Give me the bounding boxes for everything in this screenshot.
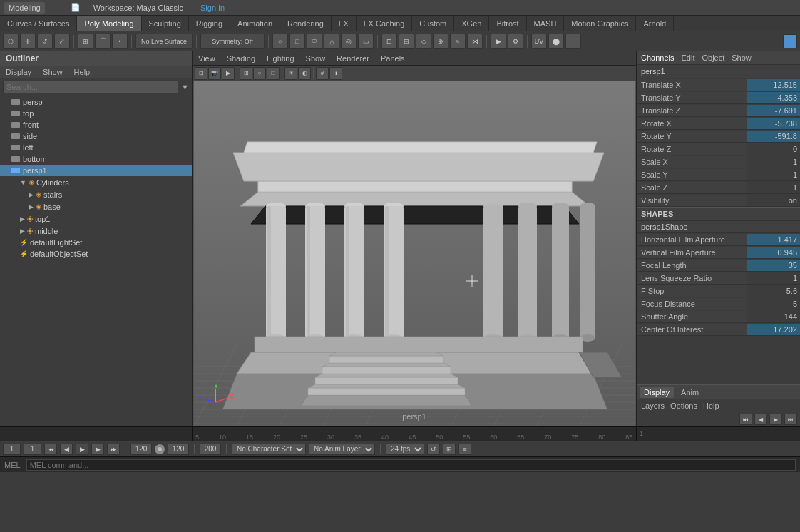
vp-smooth-btn[interactable]: ○ <box>253 67 266 80</box>
bevel-btn[interactable]: ◇ <box>416 34 431 49</box>
character-set-dropdown[interactable]: No Character Set <box>232 444 306 455</box>
app-module-label[interactable]: Modeling <box>4 2 45 14</box>
frame-range-start-input[interactable]: 120 <box>130 444 152 455</box>
viewport-menu-renderer[interactable]: Renderer <box>331 53 375 63</box>
tab-curves-surfaces[interactable]: Curves / Surfaces <box>0 16 77 31</box>
viewport-canvas[interactable]: X Y Z persp1 <box>193 81 636 426</box>
vp-light-btn[interactable]: ☀ <box>284 67 297 80</box>
connect-btn[interactable]: ⊕ <box>433 34 448 49</box>
anim-layer-dropdown[interactable]: No Anim Layer <box>309 444 375 455</box>
vp-texture-btn[interactable]: □ <box>267 67 280 80</box>
prev-frame-btn[interactable]: ◀ <box>60 444 73 455</box>
tab-sculpting[interactable]: Sculpting <box>142 16 189 31</box>
signin-btn[interactable]: Sign In <box>200 4 225 12</box>
tab-fx-caching[interactable]: FX Caching <box>357 16 412 31</box>
snap-curve-btn[interactable]: ⌒ <box>95 34 111 49</box>
ch-value-rotate-y[interactable]: -591.8 <box>747 131 800 142</box>
vp-cam-tool[interactable]: 📷 <box>208 67 221 80</box>
viewport-menu-panels[interactable]: Panels <box>375 53 411 63</box>
poly-torus-btn[interactable]: ◎ <box>341 34 357 49</box>
ch-value-scale-y[interactable]: 1 <box>747 169 800 180</box>
extrude-btn[interactable]: ⊡ <box>381 34 397 49</box>
mirror-btn[interactable]: ⋈ <box>467 34 483 49</box>
uv-editor-btn[interactable]: UV <box>531 34 547 49</box>
channels-edit-tab[interactable]: Edit <box>681 53 694 62</box>
outliner-menu-display[interactable]: Display <box>0 66 37 78</box>
ch-ctrl-next-key[interactable]: ⏭ <box>784 414 797 425</box>
fps-dropdown[interactable]: 24 fps <box>386 444 424 455</box>
render-view-btn[interactable]: ▶ <box>491 34 506 49</box>
prev-key-btn[interactable]: ⏮ <box>44 444 57 455</box>
ch-value-visibility[interactable]: on <box>747 195 800 206</box>
current-frame-input[interactable]: 1 <box>24 444 41 455</box>
tab-animation[interactable]: Animation <box>230 16 280 31</box>
poly-cone-btn[interactable]: △ <box>324 34 339 49</box>
viewport-menu-view[interactable]: View <box>193 53 221 63</box>
symmetry-btn[interactable]: Symmetry: Off <box>200 34 265 49</box>
no-live-surface-btn[interactable]: No Live Surface <box>135 34 193 49</box>
snap-grid-btn[interactable]: ⊞ <box>78 34 93 49</box>
ch-value-rotate-x[interactable]: -5.738 <box>747 118 800 129</box>
menu-item-file[interactable]: 📄 <box>71 3 81 12</box>
paintfx-btn[interactable]: ⬤ <box>548 34 564 49</box>
vp-select-tool[interactable]: ⊡ <box>195 67 207 80</box>
ch-value-coi[interactable]: 17.202 <box>747 324 800 335</box>
bridge-btn[interactable]: ⊟ <box>399 34 414 49</box>
help-btn[interactable]: Help <box>703 401 719 410</box>
vp-hud-btn[interactable]: ℹ <box>329 67 342 80</box>
layers-btn[interactable]: Layers <box>641 401 665 410</box>
tab-anim[interactable]: Anim <box>677 387 703 398</box>
tab-rendering[interactable]: Rendering <box>280 16 332 31</box>
tab-bifrost[interactable]: Bifrost <box>489 16 526 31</box>
ch-ctrl-prev[interactable]: ◀ <box>754 414 767 425</box>
tab-mash[interactable]: MASH <box>527 16 565 31</box>
ch-ctrl-next[interactable]: ▶ <box>769 414 782 425</box>
move-tool-btn[interactable]: ✛ <box>20 34 36 49</box>
poly-cylinder-btn[interactable]: ⬭ <box>307 34 322 49</box>
outliner-item-side[interactable]: side <box>0 131 192 142</box>
search-expand-icon[interactable]: ▼ <box>181 83 189 91</box>
frame-range-end-input[interactable]: 120 <box>168 444 189 455</box>
outliner-item-stairs[interactable]: ▶ ◈ stairs <box>0 188 192 200</box>
outliner-item-middle[interactable]: ▶ ◈ middle <box>0 225 192 237</box>
outliner-item-persp1[interactable]: persp1 <box>0 165 192 176</box>
select-tool-btn[interactable]: ⬡ <box>3 34 19 49</box>
anim-settings-btn[interactable]: ↺ <box>427 444 440 455</box>
ch-value-scale-x[interactable]: 1 <box>747 156 800 168</box>
tab-poly-modeling[interactable]: Poly Modeling <box>77 16 141 31</box>
ch-ctrl-prev-key[interactable]: ⏮ <box>739 414 752 425</box>
tab-rigging[interactable]: Rigging <box>189 16 230 31</box>
anim-blend-btn[interactable]: ⊞ <box>443 444 456 455</box>
ch-value-lens-squeeze[interactable]: 1 <box>747 272 800 284</box>
mel-command-input[interactable] <box>26 459 796 471</box>
snap-point-btn[interactable]: • <box>112 34 128 49</box>
render-settings-btn[interactable]: ⚙ <box>508 34 523 49</box>
timeline-track[interactable]: 5 10 15 20 25 30 35 40 45 50 55 60 65 70… <box>193 427 636 441</box>
outliner-item-top[interactable]: top <box>0 108 192 119</box>
smooth-btn[interactable]: ≈ <box>450 34 466 49</box>
outliner-item-lightset[interactable]: ⚡ defaultLightSet <box>0 237 192 248</box>
vp-wireframe-btn[interactable]: ⊞ <box>240 67 252 80</box>
playback-start-input[interactable]: 1 <box>3 444 21 455</box>
outliner-item-persp[interactable]: persp <box>0 96 192 108</box>
viewport-menu-lighting[interactable]: Lighting <box>261 53 300 63</box>
tab-motion-graphics[interactable]: Motion Graphics <box>564 16 636 31</box>
total-frames-input[interactable]: 200 <box>200 444 221 455</box>
ch-value-h-film[interactable]: 1.417 <box>747 234 800 245</box>
viewport-menu-shading[interactable]: Shading <box>221 53 261 63</box>
ch-value-focus-dist[interactable]: 5 <box>747 298 800 310</box>
ch-value-shutter[interactable]: 144 <box>747 311 800 322</box>
outliner-item-front[interactable]: front <box>0 119 192 131</box>
scale-tool-btn[interactable]: ⤢ <box>54 34 70 49</box>
anim-extra-btn[interactable]: ≡ <box>458 444 471 455</box>
ch-value-translate-y[interactable]: 4.353 <box>747 92 800 103</box>
tab-custom[interactable]: Custom <box>412 16 454 31</box>
ch-value-scale-z[interactable]: 1 <box>747 182 800 193</box>
tab-xgen[interactable]: XGen <box>454 16 489 31</box>
viewport-menu-show[interactable]: Show <box>300 53 332 63</box>
play-btn[interactable]: ▶ <box>76 444 88 455</box>
vp-render-tool[interactable]: ▶ <box>222 67 235 80</box>
channels-show-tab[interactable]: Show <box>732 53 752 62</box>
outliner-item-cylinders[interactable]: ▼ ◈ Cylinders <box>0 176 192 188</box>
rotate-tool-btn[interactable]: ↺ <box>37 34 53 49</box>
